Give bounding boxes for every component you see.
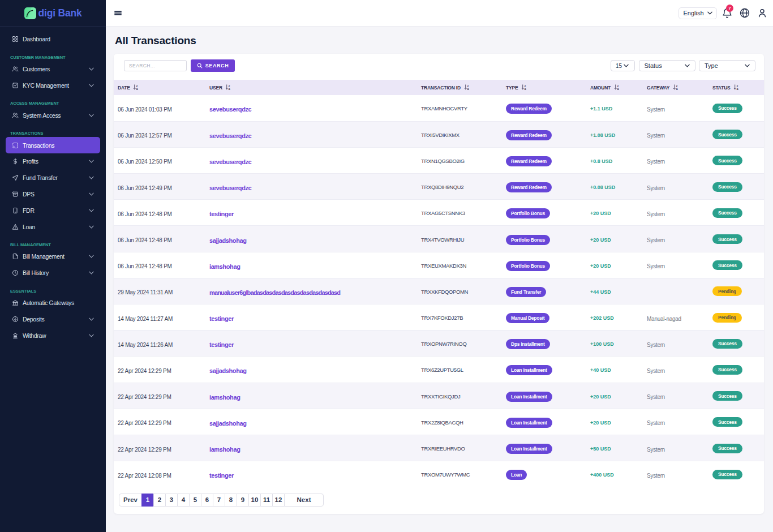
svg-text:a: a — [467, 87, 469, 90]
svg-text:a: a — [136, 87, 139, 90]
svg-text:a: a — [676, 87, 678, 90]
svg-text:a: a — [524, 87, 526, 90]
svg-text:a: a — [737, 87, 739, 90]
svg-text:a: a — [229, 87, 231, 90]
svg-text:a: a — [617, 87, 619, 90]
